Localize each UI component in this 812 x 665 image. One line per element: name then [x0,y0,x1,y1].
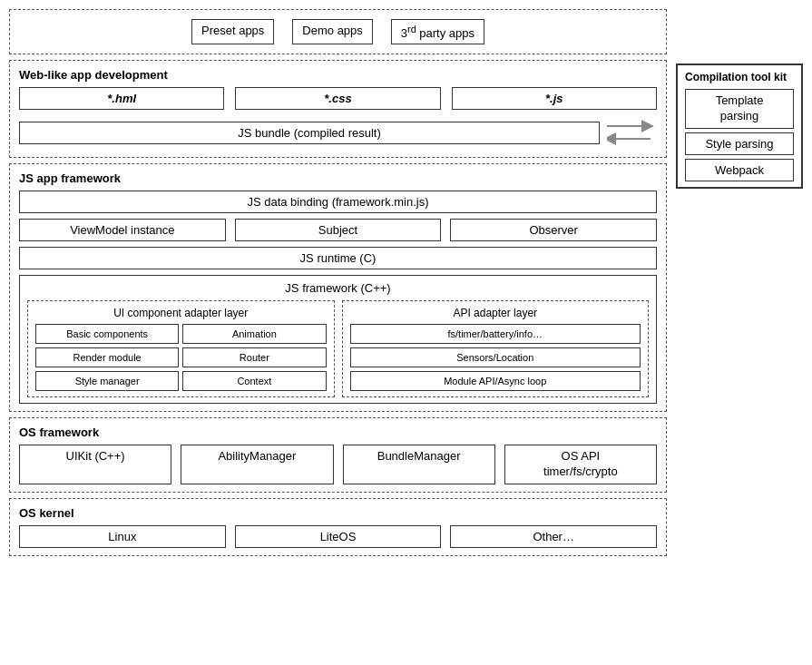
webapp-files-row: *.hml *.css *.js [19,87,657,110]
fs-timer-box: fs/timer/battery/info… [350,324,641,344]
osfw-items: UIKit (C++) AbilityManager BundleManager… [19,445,657,484]
sensors-box: Sensors/Location [350,347,641,367]
ability-manager-box: AbilityManager [181,445,333,484]
vm-box: ViewModel instance [19,219,226,241]
uikit-box: UIKit (C++) [19,445,171,484]
right-column: Compilation tool kit Template parsing St… [676,64,803,189]
demo-apps-box: Demo apps [292,19,372,44]
arrow-svg [607,115,657,150]
jsframework-inner: UI component adapter layer Basic compone… [27,300,649,397]
toolkit-items: Template parsing Style parsing Webpack [685,89,794,181]
linux-box: Linux [19,525,226,548]
module-api-box: Module API/Async loop [350,371,641,391]
toolkit-title: Compilation tool kit [685,71,794,83]
ui-adapter-grid: Basic components Animation Render module… [35,324,327,391]
toolkit-box: Compilation tool kit Template parsing St… [676,64,803,189]
oskernel-label: OS kernel [19,506,657,520]
style-manager-box: Style manager [35,371,179,391]
context-box: Context [182,371,326,391]
left-column: Preset apps Demo apps 3rd party apps Web… [9,9,667,556]
arrow-wrapper [607,115,657,150]
render-module-box: Render module [35,347,179,367]
bundle-row: JS bundle (compiled result) [19,115,657,150]
js-box: *.js [452,87,657,110]
liteos-box: LiteOS [235,525,442,548]
api-adapter-box: API adapter layer fs/timer/battery/info…… [342,300,650,397]
ui-adapter-label: UI component adapter layer [35,307,327,319]
osfw-section: OS framework UIKit (C++) AbilityManager … [9,417,667,493]
osfw-label: OS framework [19,425,657,439]
third-party-apps-box: 3rd party apps [391,19,484,44]
api-adapter-label: API adapter layer [350,307,641,319]
api-adapter-grid: fs/timer/battery/info… Sensors/Location … [350,324,641,391]
other-box: Other… [450,525,657,548]
jsapp-section: JS app framework JS data binding (framew… [9,163,667,412]
jsframework-label: JS framework (C++) [27,281,649,295]
jsapp-label: JS app framework [19,171,657,185]
databinding-items: ViewModel instance Subject Observer [19,219,657,241]
router-box: Router [182,347,326,367]
animation-box: Animation [182,324,326,344]
css-box: *.css [235,87,440,110]
preset-apps-section: Preset apps Demo apps 3rd party apps [9,9,667,54]
subject-box: Subject [235,219,442,241]
bundle-manager-box: BundleManager [343,445,495,484]
webapp-label: Web-like app development [19,68,657,82]
webapp-section: Web-like app development *.hml *.css *.j… [9,60,667,158]
ui-adapter-box: UI component adapter layer Basic compone… [27,300,335,397]
jsruntime-box: JS runtime (C) [19,247,657,269]
bundle-box: JS bundle (compiled result) [19,122,600,144]
preset-apps-box: Preset apps [191,19,274,44]
jsframework-outer: JS framework (C++) UI component adapter … [19,275,657,404]
basic-components-box: Basic components [35,324,179,344]
webpack-box: Webpack [685,159,794,181]
observer-box: Observer [450,219,657,241]
os-api-box: OS API timer/fs/crypto [504,445,657,484]
databinding-box: JS data binding (framework.min.js) [19,191,657,213]
oskernel-section: OS kernel Linux LiteOS Other… [9,498,667,556]
oskernel-items: Linux LiteOS Other… [19,525,657,548]
style-parsing-box: Style parsing [685,132,794,155]
hml-box: *.hml [19,87,224,110]
main-container: Preset apps Demo apps 3rd party apps Web… [9,9,803,556]
template-parsing-box: Template parsing [685,89,794,129]
